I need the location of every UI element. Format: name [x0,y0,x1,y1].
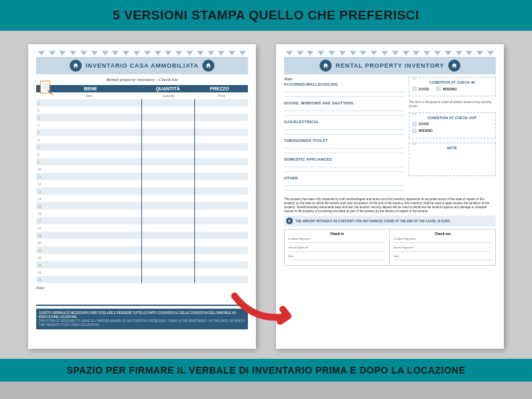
table-header: BENE QUANTITÀ PREZZO [36,85,248,92]
table-subheader: Item Quantity Price [36,94,248,98]
good-checkbox [412,122,417,127]
note-box: " NOTE [409,143,496,176]
table-row: 8. [36,151,248,158]
table-row: 7. [36,143,248,151]
category-section: DOMESTIC APPLIANCES [284,157,405,172]
page1-title: INVENTARIO CASA AMMOBILIATA [86,62,199,69]
page-1: INVENTARIO CASA AMMOBILIATA Rental prope… [28,44,256,349]
table-row: 1. [36,99,248,106]
page2-title-bar: RENTAL PROPERTY INVENTORY [284,57,496,74]
date-line: Date [288,254,386,260]
pages-container: INVENTARIO CASA AMMOBILIATA Rental prope… [0,31,532,359]
category-title: DOMESTIC APPLIANCES [284,157,405,161]
table-row: 22. [36,254,248,261]
category-section: OTHER [284,176,405,191]
col-bene-label: BENE [84,86,96,91]
table-row: 17. [36,217,248,224]
top-banner: 5 VERSIONI STAMPA QUELLO CHE PREFERISCI [0,0,532,31]
missing-checkbox [436,86,441,91]
missing-checkbox [412,129,417,133]
page1-title-bar: INVENTARIO CASA AMMOBILIATA [36,57,248,74]
legal-text: This property has been fully inspected b… [284,197,496,213]
category-title: GAS/ELECTRICAL [284,120,405,124]
category-title: OTHER [284,176,405,180]
checkin-condition-box: " CONDITION AT CHECK-IN GOODMISSING [409,77,496,96]
euro-icon: € [286,218,293,224]
table-row: 14. [36,195,248,202]
conditions-column: " CONDITION AT CHECK-IN GOODMISSING This… [409,77,496,195]
table-row: 13. [36,187,248,195]
table-row: 16. [36,210,248,217]
table-row: 2. [36,106,248,114]
table-row: 19. [36,232,248,239]
col-price-label: PREZZO [210,86,228,91]
table-row: 21. [36,246,248,254]
checkout-signatures: Check out Landlord Signature Tenant Sign… [390,230,495,265]
deposit-bar: € THE AMOUNT WITHHELD AS A DEPOSIT, FOR … [284,216,496,226]
page1-footer: QUESTO VERBALE È NECESSARIO PER TUTELARE… [36,309,248,329]
note-box [36,290,248,306]
table-row: 9. [36,158,248,165]
decor-triangles [36,51,248,56]
checkout-condition-box: " CONDITION AT CHECK-OUT GOOD MISSING [409,112,496,139]
col-quantity-label: QUANTITÀ [155,86,180,91]
category-title: TUB/SHOWER /TOILET [284,139,405,143]
good-checkbox [412,86,417,91]
bottom-banner: SPAZIO PER FIRMARE IL VERBALE DI INVENTA… [0,359,532,382]
table-row: 11. [36,173,248,180]
signature-area: Check in Landlord Signature Tenant Signa… [284,229,496,266]
table-row: 5. [36,129,248,136]
category-section: FLOORING/WALLS/CEILING [284,82,405,97]
table-row: 10. [36,165,248,173]
table-row: 15. [36,202,248,210]
category-section: GAS/ELECTRICAL [284,120,405,135]
decor-triangles [284,51,496,56]
note-header: Note: [284,77,405,81]
table-row: 20. [36,239,248,246]
categories-column: Note: FLOORING/WALLS/CEILINGDOORS, WINDO… [284,77,405,195]
landlord-signature-line: Landlord Signature [393,237,492,243]
table-row: 6. [36,136,248,143]
table-row: 23. [36,261,248,268]
checkin-signatures: Check in Landlord Signature Tenant Signa… [285,230,390,265]
tenant-signature-line: Tenant Signature [288,246,386,252]
house-logo-icon [448,60,460,72]
table-row: 12. [36,180,248,187]
category-title: DOORS, WINDOWS AND SHUTTERS [284,101,405,105]
page-2: RENTAL PROPERTY INVENTORY Note: FLOORING… [276,44,504,349]
tenant-signature-line: Tenant Signature [393,246,492,252]
table-row: 25. [36,276,248,283]
table-row: 4. [36,121,248,129]
inventory-table: 1.2.3.4.5.6.7.8.9.10.11.12.13.14.15.16.1… [36,99,248,283]
date-line: Date [393,254,492,260]
house-logo-icon [320,60,332,72]
arrow-icon [228,289,308,332]
page1-subtitle: Rental property inventory - Check-list [36,77,248,82]
table-row: 24. [36,268,248,276]
table-row: 3. [36,114,248,121]
page2-title: RENTAL PROPERTY INVENTORY [336,62,444,69]
category-section: TUB/SHOWER /TOILET [284,139,405,153]
category-section: DOORS, WINDOWS AND SHUTTERS [284,101,405,116]
landlord-signature-line: Landlord Signature [288,237,386,243]
clipboard-icon [38,79,54,95]
form-description: This form is designed to make all partie… [409,100,496,108]
house-logo-icon [70,60,82,72]
category-title: FLOORING/WALLS/CEILING [284,82,405,86]
table-row: 18. [36,224,248,232]
house-logo-icon [202,60,214,72]
